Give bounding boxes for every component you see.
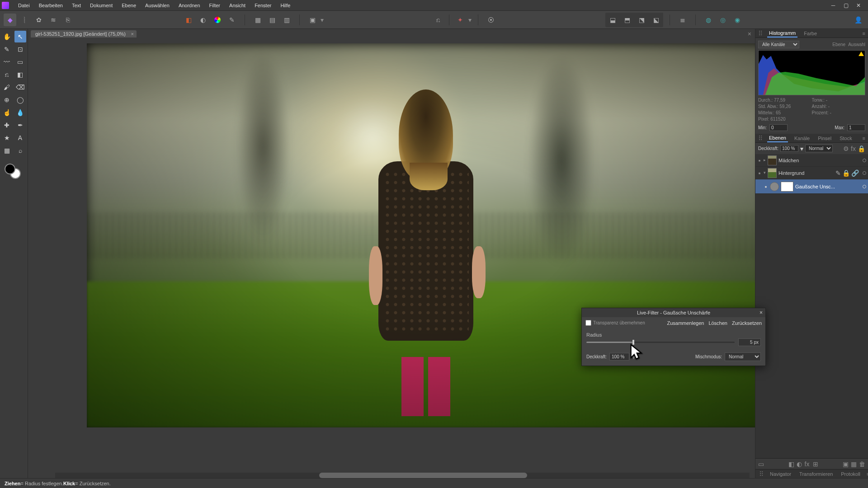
canvas-viewport[interactable] [28, 39, 755, 478]
dialog-titlebar[interactable]: Live-Filter - Gaußsche Unschärfe × [582, 308, 765, 317]
layer-tag-dot-icon[interactable] [863, 171, 866, 175]
tab-channels[interactable]: Kanäle [793, 135, 811, 142]
window-maximize-button[interactable]: ▢ [843, 2, 849, 9]
selection-intersect-icon[interactable]: ▥ [280, 14, 293, 26]
histogram-channel-select[interactable]: Alle Kanäle [758, 41, 799, 48]
autocolor-icon[interactable]: ◧ [182, 14, 195, 26]
hist-scope-selection[interactable]: Auswahl [848, 42, 865, 47]
panel-menu-icon[interactable]: ≡ [863, 136, 865, 141]
menu-filter[interactable]: Filter [205, 3, 225, 8]
live-filter-dialog[interactable]: Live-Filter - Gaußsche Unschärfe × Trans… [581, 308, 766, 366]
tab-history[interactable]: Protokoll [839, 470, 862, 478]
adjustment-icon[interactable]: ◐ [797, 461, 803, 467]
persona-photo-icon[interactable]: ◆ [4, 14, 16, 26]
mask-icon[interactable]: ◧ [788, 461, 795, 467]
addlayer-icon[interactable]: ▦ [851, 461, 857, 467]
gradient-tool-icon[interactable]: ◧ [14, 69, 26, 80]
layer-lock-icon[interactable]: 🔒 [842, 170, 850, 176]
persona-export-icon[interactable]: ⎘ [61, 14, 74, 26]
layer-blendmode-select[interactable]: Normal [805, 145, 833, 152]
layer-visibility-icon[interactable]: ▪ [757, 170, 762, 176]
focus-icon[interactable]: ◉ [731, 14, 744, 26]
menu-text[interactable]: Text [67, 3, 85, 8]
align-more-icon[interactable]: ⬕ [650, 14, 662, 26]
chevron-down-icon[interactable]: ▾ [764, 171, 766, 175]
menu-layer[interactable]: Ebene [117, 3, 141, 8]
move-tool-icon[interactable]: ↖ [14, 31, 26, 42]
menu-arrange[interactable]: Anordnen [174, 3, 205, 8]
tab-histogram[interactable]: Histogramm [767, 29, 797, 38]
transparency-checkbox-input[interactable] [585, 320, 591, 326]
layer-visibility-icon[interactable]: ▪ [764, 183, 768, 190]
group-icon[interactable]: ▣ [843, 461, 849, 467]
deletelayer-icon[interactable]: 🗑 [859, 461, 865, 467]
layer-tag-dot-icon[interactable] [863, 185, 866, 188]
blur-tool-icon[interactable]: 💧 [14, 107, 26, 118]
colorpicker-tool-icon[interactable]: ✎ [1, 43, 13, 55]
dialog-close-icon[interactable]: × [760, 310, 763, 316]
menu-edit[interactable]: Bearbeiten [34, 3, 67, 8]
paint-tool-icon[interactable]: 🖌 [1, 81, 13, 93]
hist-min-input[interactable] [769, 124, 788, 131]
dropdown-caret-icon[interactable]: ▾ [321, 17, 324, 23]
autolevels-icon[interactable]: ◐ [197, 14, 209, 26]
panel-menu-icon[interactable]: ≡ [863, 31, 865, 36]
selection-add-icon[interactable]: ▦ [251, 14, 264, 26]
pen-tool-icon[interactable]: ✒ [14, 119, 26, 131]
radius-slider[interactable] [586, 342, 735, 343]
assistant-icon[interactable]: ⦿ [485, 14, 497, 26]
foreground-color-swatch[interactable] [5, 164, 15, 174]
layer-row[interactable]: ▪ ▸ Mädchen [755, 154, 868, 167]
layer-visibility-icon[interactable]: ▪ [757, 157, 762, 164]
tab-close-all-icon[interactable]: × [748, 31, 751, 37]
dodge-tool-icon[interactable]: ◯ [14, 94, 26, 106]
erase-tool-icon[interactable]: ⌫ [14, 81, 26, 93]
tab-color[interactable]: Farbe [802, 30, 819, 37]
radius-slider-thumb[interactable] [632, 340, 634, 345]
merge-button[interactable]: Zusammenlegen [667, 320, 704, 326]
shape-tool-icon[interactable]: ★ [1, 132, 13, 144]
delete-button[interactable]: Löschen [708, 320, 727, 326]
dropdown-caret-icon[interactable]: ▾ [468, 17, 472, 23]
hdr-icon[interactable]: ◎ [717, 14, 729, 26]
crop-icon[interactable]: ⎌ [432, 14, 444, 26]
chevron-down-icon[interactable]: ▾ [632, 354, 635, 360]
marquee-tool-icon[interactable]: ▭ [14, 56, 26, 68]
layer-tag-dot-icon[interactable] [863, 159, 866, 162]
hand-tool-icon[interactable]: ✋ [1, 31, 13, 42]
color-swatches[interactable] [5, 161, 23, 179]
flood-tool-icon[interactable]: ⎌ [1, 69, 13, 80]
account-icon[interactable]: 👤 [852, 14, 864, 26]
stock-icon[interactable]: ◍ [702, 14, 715, 26]
layer-edit-icon[interactable]: ✎ [835, 170, 841, 176]
document-tab[interactable]: girl-535251_1920.jpg [Geändert] (75,0%) … [31, 30, 137, 38]
layer-row[interactable]: ▪ ▾ Hintergrund ✎ 🔒 🔗 [755, 167, 868, 179]
livefilter-icon[interactable]: ⊞ [813, 461, 819, 467]
selectionbrush-tool-icon[interactable]: 〰 [1, 56, 13, 68]
window-close-button[interactable]: ✕ [855, 2, 862, 9]
menu-file[interactable]: Datei [14, 3, 34, 8]
retouch-tool-icon[interactable]: ✚ [1, 119, 13, 131]
align-left-icon[interactable]: ⬓ [606, 14, 619, 26]
layer-opacity-input[interactable] [780, 145, 798, 152]
chevron-down-icon[interactable]: ▾ [800, 145, 803, 152]
tab-layers[interactable]: Ebenen [767, 134, 788, 142]
smudge-tool-icon[interactable]: ☝ [1, 107, 13, 118]
layer-lock-icon[interactable]: 🔒 [858, 145, 865, 152]
snap-icon[interactable]: ✦ [454, 14, 467, 26]
transparency-checkbox[interactable]: Transparenz übernehmen [585, 320, 645, 326]
text-tool-icon[interactable]: A [14, 132, 26, 144]
persona-tone-icon[interactable]: ≋ [47, 14, 60, 26]
mesh-tool-icon[interactable]: ▦ [1, 145, 13, 156]
radius-value-input[interactable] [738, 338, 761, 346]
menu-document[interactable]: Dokument [85, 3, 117, 8]
autocontrast-icon[interactable] [211, 14, 224, 26]
autowb-icon[interactable]: ✎ [226, 14, 238, 26]
clone-tool-icon[interactable]: ⊕ [1, 94, 13, 106]
hist-scope-layer[interactable]: Ebene [832, 42, 845, 47]
persona-liquify-icon[interactable]: ⦚ [18, 14, 31, 26]
menu-window[interactable]: Fenster [250, 3, 276, 8]
dialog-opacity-input[interactable] [609, 353, 629, 361]
reset-button[interactable]: Zurücksetzen [732, 320, 762, 326]
layer-gear-icon[interactable]: ⚙ [843, 145, 849, 152]
